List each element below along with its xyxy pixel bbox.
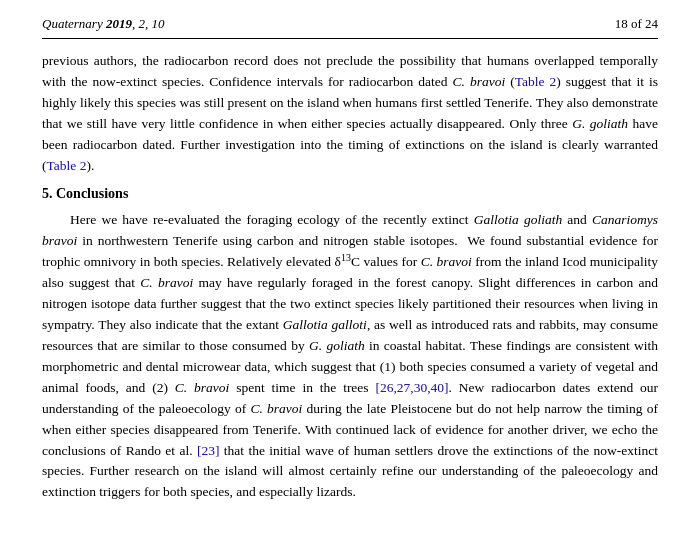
- paragraph-2: Here we have re-evaluated the foraging e…: [42, 210, 658, 503]
- header-volume: 2: [138, 16, 145, 31]
- ref23-link[interactable]: [23]: [197, 443, 220, 458]
- section-title-text: Conclusions: [56, 186, 128, 201]
- body-content: previous authors, the radiocarbon record…: [42, 51, 658, 503]
- section-conclusions-heading: 5. Conclusions: [42, 183, 658, 205]
- page-header: Quaternary 2019, 2, 10 18 of 24: [42, 14, 658, 39]
- paragraph-1: previous authors, the radiocarbon record…: [42, 51, 658, 177]
- table2-link-2[interactable]: Table 2: [47, 158, 87, 173]
- refs-inline-link[interactable]: [26,27,30,40]: [375, 380, 448, 395]
- table2-link-1[interactable]: Table 2: [515, 74, 557, 89]
- header-issue: 10: [151, 16, 164, 31]
- page-number: 18 of 24: [615, 14, 658, 34]
- journal-info: Quaternary 2019, 2, 10: [42, 14, 164, 34]
- section-number: 5.: [42, 186, 56, 201]
- page-container: Quaternary 2019, 2, 10 18 of 24 previous…: [0, 0, 700, 545]
- journal-name: Quaternary: [42, 16, 103, 31]
- header-year: 2019,: [106, 16, 139, 31]
